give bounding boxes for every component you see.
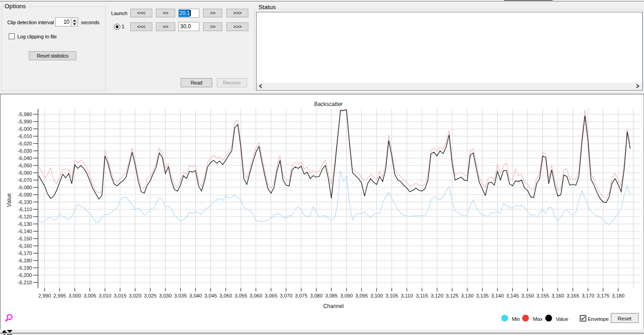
svg-text:3,065: 3,065: [265, 293, 278, 298]
svg-text:3,170: 3,170: [582, 293, 595, 298]
svg-text:3,120: 3,120: [431, 293, 444, 298]
svg-text:Max: Max: [533, 316, 542, 322]
svg-text:-6,050: -6,050: [18, 163, 32, 168]
svg-text:-6,210: -6,210: [18, 280, 32, 285]
svg-text:-6,200: -6,200: [18, 272, 32, 278]
svg-text:-6,180: -6,180: [18, 258, 32, 263]
svg-text:-6,190: -6,190: [18, 265, 32, 271]
svg-text:3,045: 3,045: [204, 293, 217, 298]
svg-text:3,110: 3,110: [401, 293, 413, 298]
svg-text:-6,070: -6,070: [18, 177, 32, 183]
svg-text:3,005: 3,005: [84, 293, 97, 298]
svg-text:3,080: 3,080: [310, 293, 323, 298]
svg-text:3,140: 3,140: [491, 293, 504, 298]
svg-text:3,155: 3,155: [537, 293, 549, 298]
svg-text:3,010: 3,010: [99, 293, 112, 298]
svg-text:Reset: Reset: [617, 316, 632, 321]
svg-text:3,075: 3,075: [295, 293, 308, 298]
svg-text:3,145: 3,145: [506, 293, 519, 298]
svg-text:-5,990: -5,990: [18, 119, 32, 124]
svg-text:Value: Value: [6, 193, 12, 207]
svg-text:Value: Value: [556, 316, 568, 322]
svg-text:-6,150: -6,150: [18, 236, 32, 241]
svg-text:3,070: 3,070: [280, 293, 293, 298]
svg-text:3,160: 3,160: [552, 293, 564, 298]
svg-text:3,040: 3,040: [189, 293, 202, 298]
svg-text:3,095: 3,095: [355, 293, 368, 298]
svg-text:-6,120: -6,120: [18, 214, 32, 219]
svg-text:-6,020: -6,020: [18, 141, 32, 146]
svg-text:3,090: 3,090: [340, 293, 353, 298]
svg-text:3,000: 3,000: [69, 293, 81, 298]
svg-text:3,050: 3,050: [220, 293, 232, 298]
svg-text:3,150: 3,150: [521, 293, 534, 298]
svg-text:3,100: 3,100: [370, 293, 383, 298]
svg-text:3,015: 3,015: [114, 293, 127, 298]
svg-text:-6,030: -6,030: [18, 148, 32, 154]
svg-text:3,025: 3,025: [144, 293, 157, 298]
svg-text:3,115: 3,115: [416, 293, 428, 298]
svg-text:3,125: 3,125: [446, 293, 459, 298]
svg-text:-6,110: -6,110: [18, 207, 32, 212]
svg-text:3,165: 3,165: [567, 293, 580, 298]
svg-text:3,060: 3,060: [250, 293, 263, 298]
svg-text:-5,980: -5,980: [18, 112, 32, 117]
svg-text:Backscatter: Backscatter: [314, 101, 343, 107]
svg-text:2,990: 2,990: [38, 293, 51, 298]
svg-text:3,055: 3,055: [235, 293, 247, 298]
svg-text:-6,160: -6,160: [18, 243, 32, 249]
svg-text:-6,130: -6,130: [18, 221, 32, 227]
svg-text:-6,100: -6,100: [18, 199, 32, 205]
svg-text:-6,080: -6,080: [18, 185, 32, 190]
svg-text:3,020: 3,020: [129, 293, 142, 298]
svg-text:Min: Min: [512, 316, 520, 322]
svg-text:-6,000: -6,000: [18, 126, 32, 132]
svg-text:3,030: 3,030: [159, 293, 172, 298]
svg-text:Channel: Channel: [323, 303, 344, 309]
svg-text:Envelope: Envelope: [588, 316, 609, 322]
svg-text:3,130: 3,130: [461, 293, 474, 298]
svg-text:-6,090: -6,090: [18, 192, 32, 197]
svg-text:3,175: 3,175: [597, 293, 610, 298]
svg-text:-6,140: -6,140: [18, 229, 32, 234]
svg-text:3,135: 3,135: [476, 293, 489, 298]
svg-text:3,105: 3,105: [386, 293, 398, 298]
svg-text:-6,060: -6,060: [18, 170, 32, 175]
svg-text:2,995: 2,995: [54, 293, 66, 298]
svg-text:3,035: 3,035: [174, 293, 187, 298]
svg-text:3,085: 3,085: [325, 293, 338, 298]
svg-text:-6,170: -6,170: [18, 250, 32, 256]
svg-text:-6,010: -6,010: [18, 133, 32, 139]
svg-text:3,180: 3,180: [612, 293, 625, 298]
svg-text:-6,040: -6,040: [18, 155, 32, 161]
